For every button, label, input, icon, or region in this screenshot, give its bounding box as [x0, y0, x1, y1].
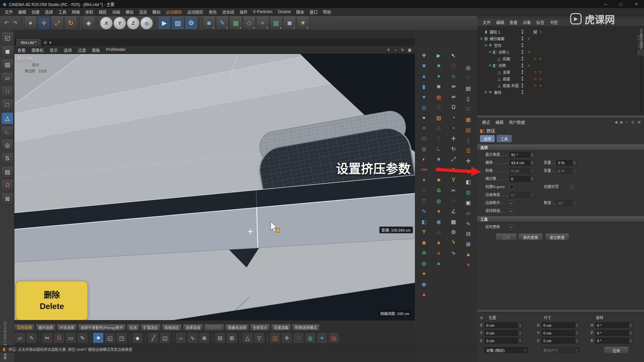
- merge-icon[interactable]: ⊞: [464, 240, 473, 248]
- forward-arrow-icon[interactable]: ▶: [621, 120, 623, 124]
- tag-icon[interactable]: ▱: [464, 208, 473, 217]
- minimize-button[interactable]: —: [598, 0, 613, 8]
- select-phong-break-button[interactable]: 选择平滑着色(Phong)断开: [78, 324, 126, 331]
- am-tab-0[interactable]: 模式: [479, 119, 493, 125]
- om-menu-item-2[interactable]: 查看: [507, 19, 520, 25]
- variance-2-input[interactable]: 0 %▴▾: [556, 168, 577, 174]
- panel-splitter-2[interactable]: [477, 310, 644, 313]
- visibility-dots[interactable]: [522, 57, 523, 61]
- coordinate-mode-dropdown[interactable]: 对象 (相对)▾: [485, 347, 528, 353]
- red-grid-icon[interactable]: ▦: [434, 93, 443, 101]
- sphere-green-icon[interactable]: ◍: [305, 333, 316, 343]
- visibility-dots[interactable]: [522, 83, 523, 87]
- om-menu-item-0[interactable]: 文件: [480, 19, 493, 25]
- subdivision-input[interactable]: 0▴▾: [509, 176, 534, 182]
- polygons-mode-icon[interactable]: △: [1, 112, 13, 124]
- viewport-menu-item-4[interactable]: 过滤: [75, 47, 89, 53]
- rotate-icon[interactable]: ↻: [449, 144, 458, 153]
- pan-view-icon[interactable]: ✛: [386, 48, 391, 53]
- om-menu-item-4[interactable]: 标签: [534, 19, 547, 25]
- orange-pyramid-icon[interactable]: ▲: [434, 238, 443, 247]
- new-transform-button[interactable]: 新的变换: [518, 234, 543, 241]
- scale-icon[interactable]: ⤢: [449, 155, 458, 164]
- viewport-menu-item-2[interactable]: 显示: [47, 47, 61, 53]
- panel-splitter-1[interactable]: [477, 116, 644, 118]
- viewport-menu-item-1[interactable]: 摄像机: [29, 47, 47, 53]
- rotation-H-input[interactable]: 0 °▴▾: [595, 322, 633, 328]
- rotate-tool[interactable]: ↻: [64, 17, 77, 29]
- orange-matrix-icon[interactable]: ∵: [434, 134, 443, 143]
- menubar-item-19[interactable]: 脚本: [293, 9, 307, 15]
- geosphere-icon[interactable]: ◉: [420, 280, 428, 288]
- viewport-3d-scene[interactable]: 透视视图 总计 多边形 1102 距离: 109.343 cm 网格间距: 10…: [14, 54, 415, 320]
- dots-three-icon[interactable]: ⋮: [464, 136, 473, 144]
- menubar-item-1[interactable]: 编辑: [15, 9, 29, 15]
- bevel-icon[interactable]: ◆: [132, 333, 143, 343]
- search-icon[interactable]: ⌕: [626, 120, 628, 124]
- environment-button[interactable]: ▦: [270, 17, 282, 29]
- y-split-icon[interactable]: Y: [420, 228, 428, 236]
- wave-icon[interactable]: ∿: [449, 248, 458, 257]
- tree-item-backup[interactable]: ⊞✛备份: [477, 89, 644, 96]
- cross-icon[interactable]: ✛: [464, 157, 473, 165]
- position-Y-input[interactable]: 0 cm▴▾: [485, 330, 522, 336]
- lightning-icon[interactable]: ϟ: [449, 238, 458, 247]
- am-tab-1[interactable]: 编辑: [493, 119, 506, 125]
- apply-button[interactable]: 应用: [495, 234, 517, 241]
- rotation-B-input[interactable]: 0 °▴▾: [595, 338, 633, 344]
- visibility-dots[interactable]: [522, 77, 523, 81]
- menubar-item-9[interactable]: 模拟: [123, 9, 136, 15]
- tree-item-subdivision-surface[interactable]: ⊟▦细分曲面✓: [477, 35, 644, 42]
- unhide-all-button[interactable]: 全部显示: [250, 324, 270, 331]
- cone-primitive-icon[interactable]: ▲: [420, 72, 428, 80]
- camera-button[interactable]: ◙: [283, 17, 296, 29]
- orange-sphere-icon[interactable]: ●: [420, 269, 428, 278]
- inner-extrude-icon[interactable]: ◱: [105, 333, 115, 343]
- maximize-button[interactable]: ▢: [613, 0, 629, 8]
- grid-icon[interactable]: ▦: [449, 217, 458, 226]
- matrix-icon[interactable]: ∷: [464, 105, 473, 113]
- green-cube-icon[interactable]: ■: [434, 61, 443, 70]
- size-Y-input[interactable]: 0 cm▴▾: [542, 330, 579, 336]
- file-tab[interactable]: 654.c4d *: [16, 39, 41, 46]
- viewport-menu-item-5[interactable]: 面板: [89, 47, 103, 53]
- tool-section-header[interactable]: 工具: [477, 216, 644, 222]
- cylinder-primitive-icon[interactable]: ▮: [420, 82, 428, 91]
- tree-item-bracket[interactable]: △支架∷∷: [477, 69, 644, 75]
- coordinate-system-toggle[interactable]: ◍: [140, 17, 153, 29]
- size-X-input[interactable]: 0 cm▴▾: [542, 322, 579, 328]
- tree-item-base-outer[interactable]: △底座-外层∷∷: [477, 82, 644, 89]
- chip-icon[interactable]: ▣: [464, 198, 473, 207]
- om-menu-item-1[interactable]: 编辑: [493, 19, 507, 25]
- red-pyramid-icon[interactable]: ▲: [434, 248, 443, 257]
- spline-pen-button[interactable]: ✎: [216, 17, 229, 29]
- y-letter-icon[interactable]: Y: [449, 176, 458, 184]
- circle-spline-icon[interactable]: ○: [420, 124, 428, 132]
- hide-selected-button[interactable]: 隐藏选择: [204, 324, 224, 331]
- checker-tag[interactable]: [533, 30, 537, 34]
- magnet-icon[interactable]: Ω: [449, 103, 458, 112]
- seldots-tag[interactable]: ∷: [533, 70, 537, 74]
- reset-values-button[interactable]: 复位数值: [545, 234, 569, 241]
- stack-icon[interactable]: ☰: [464, 146, 473, 155]
- orange-ball-icon[interactable]: ●: [434, 207, 443, 216]
- set-point-value-icon[interactable]: ✛: [281, 333, 292, 343]
- menubar-item-17[interactable]: X-Particles: [250, 9, 275, 14]
- position-X-input[interactable]: 0 cm▴▾: [485, 322, 522, 328]
- rectangle-spline-icon[interactable]: □: [420, 134, 428, 143]
- recent-tool-button[interactable]: ◈: [82, 17, 95, 29]
- options-section-header[interactable]: 选项: [477, 144, 644, 150]
- am-tab-2[interactable]: 用户数据: [506, 119, 528, 125]
- back-arrow-icon[interactable]: ◀: [614, 120, 617, 124]
- camera-icon[interactable]: ◙: [434, 82, 443, 91]
- orange-cube-icon[interactable]: ■: [434, 176, 443, 184]
- menubar-item-0[interactable]: 文件: [2, 9, 15, 15]
- viewport-menu-item-6[interactable]: ProRender: [103, 47, 128, 53]
- coords-apply-button[interactable]: 应用: [604, 347, 629, 354]
- ring-selection-button[interactable]: 环状选择: [57, 324, 77, 331]
- shrink-selection-button[interactable]: 收缩选区: [162, 324, 182, 331]
- menubar-item-16[interactable]: 插件: [237, 9, 250, 15]
- points-mode-icon[interactable]: ∷: [1, 85, 13, 98]
- bevel-input[interactable]: 5 cm▴▾: [509, 168, 534, 174]
- csr-label-icon[interactable]: CSR: [420, 165, 428, 174]
